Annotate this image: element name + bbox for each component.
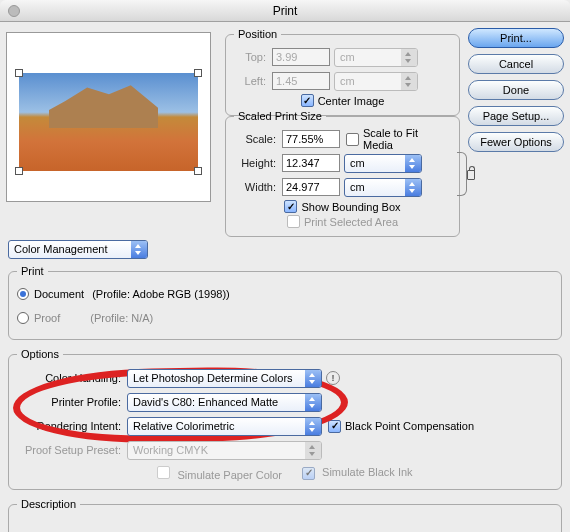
window-title: Print	[273, 4, 298, 18]
titlebar: Print	[0, 0, 570, 22]
scaled-legend: Scaled Print Size	[234, 110, 326, 122]
print-legend: Print	[17, 265, 48, 277]
bbox-checkbox[interactable]	[284, 200, 297, 213]
color-handling-label: Color Handling:	[17, 372, 127, 384]
print-button[interactable]: Print...	[468, 28, 564, 48]
proof-preset-label: Proof Setup Preset:	[17, 444, 127, 456]
crop-handle[interactable]	[194, 69, 202, 77]
width-input[interactable]	[282, 178, 340, 196]
sim-black-checkbox	[302, 467, 315, 480]
crop-handle[interactable]	[15, 69, 23, 77]
printer-profile-label: Printer Profile:	[17, 396, 127, 408]
color-handling-select[interactable]: Let Photoshop Determine Colors	[127, 369, 322, 388]
bbox-label: Show Bounding Box	[301, 201, 400, 213]
height-unit-select[interactable]: cm	[344, 154, 422, 173]
scale-fit-checkbox[interactable]	[346, 133, 359, 146]
rendering-intent-select[interactable]: Relative Colorimetric	[127, 417, 322, 436]
top-input	[272, 48, 330, 66]
link-bracket-icon	[457, 152, 467, 196]
height-label: Height:	[234, 157, 282, 169]
print-preview	[6, 32, 211, 202]
top-label: Top:	[234, 51, 272, 63]
crop-handle[interactable]	[15, 167, 23, 175]
width-label: Width:	[234, 181, 282, 193]
scale-label: Scale:	[234, 133, 282, 145]
close-icon[interactable]	[8, 5, 20, 17]
center-image-label: Center Image	[318, 95, 385, 107]
sim-paper-label: Simulate Paper Color	[177, 469, 282, 481]
proof-radio[interactable]	[17, 312, 29, 324]
rendering-intent-label: Rendering Intent:	[17, 420, 127, 432]
page-setup-button[interactable]: Page Setup...	[468, 106, 564, 126]
fewer-options-button[interactable]: Fewer Options	[468, 132, 564, 152]
left-unit-select: cm	[334, 72, 418, 91]
bpc-label: Black Point Compensation	[345, 420, 474, 432]
scaled-group: Scaled Print Size Scale: Scale to Fit Me…	[225, 110, 460, 237]
document-radio[interactable]	[17, 288, 29, 300]
proof-label: Proof	[34, 312, 60, 324]
sim-black-label: Simulate Black Ink	[322, 466, 412, 478]
section-select[interactable]: Color Management	[8, 240, 148, 259]
print-group: Print Document (Profile: Adobe RGB (1998…	[8, 265, 562, 340]
info-icon[interactable]: !	[326, 371, 340, 385]
position-group: Position Top: cm Left: cm Center Image	[225, 28, 460, 116]
scale-input[interactable]	[282, 130, 340, 148]
top-unit-select: cm	[334, 48, 418, 67]
printer-profile-select[interactable]: David's C80: Enhanced Matte	[127, 393, 322, 412]
proof-profile: (Profile: N/A)	[90, 312, 153, 324]
width-unit-select[interactable]: cm	[344, 178, 422, 197]
options-legend: Options	[17, 348, 63, 360]
description-group: Description	[8, 498, 562, 532]
done-button[interactable]: Done	[468, 80, 564, 100]
height-input[interactable]	[282, 154, 340, 172]
cancel-button[interactable]: Cancel	[468, 54, 564, 74]
selarea-checkbox	[287, 215, 300, 228]
description-legend: Description	[17, 498, 80, 510]
sim-paper-checkbox	[157, 466, 170, 479]
proof-preset-select: Working CMYK	[127, 441, 322, 460]
left-input	[272, 72, 330, 90]
crop-handle[interactable]	[194, 167, 202, 175]
options-group: Options Color Handling: Let Photoshop De…	[8, 348, 562, 490]
selarea-label: Print Selected Area	[304, 216, 398, 228]
center-image-checkbox[interactable]	[301, 94, 314, 107]
bpc-checkbox[interactable]	[328, 420, 341, 433]
lock-icon[interactable]	[467, 170, 475, 180]
document-label: Document	[34, 288, 84, 300]
preview-image	[19, 73, 198, 171]
left-label: Left:	[234, 75, 272, 87]
scale-fit-label: Scale to Fit Media	[363, 127, 451, 151]
position-legend: Position	[234, 28, 281, 40]
dialog-buttons: Print... Cancel Done Page Setup... Fewer…	[468, 28, 564, 158]
document-profile: (Profile: Adobe RGB (1998))	[92, 288, 230, 300]
